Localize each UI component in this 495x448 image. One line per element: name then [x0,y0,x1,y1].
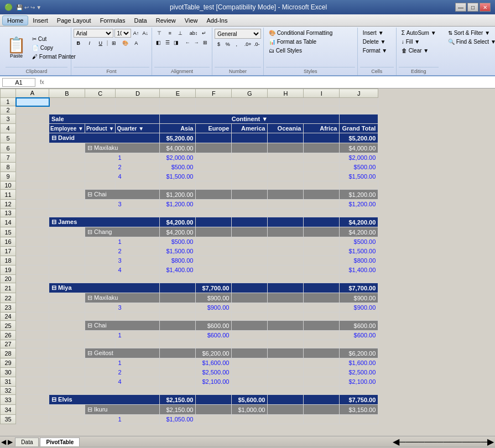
menu-insert[interactable]: Insert [28,16,53,25]
cell-E2[interactable] [160,106,196,114]
increase-decimal-button[interactable]: .0+ [244,40,252,48]
table-row[interactable]: 2 [1,106,378,114]
col-header-G[interactable]: G [232,89,268,98]
cell-B1[interactable] [49,98,85,106]
add-sheet-button[interactable]: ◀ ▶ [1,438,13,446]
row-header-8[interactable]: 8 [1,163,16,172]
table-row[interactable]: 7 1 $2,000.00 $2,000.00 [1,153,378,163]
table-row[interactable]: 15 ⊟ Chang $4,200.00 $4,200.00 [1,227,378,237]
table-row[interactable]: 33 ⊟ Elvis $2,150.00 $5,600.00 $7,750.00 [1,395,378,405]
font-family-select[interactable]: Arial [74,29,113,38]
row-header-24[interactable]: 24 [1,312,16,321]
decrease-font-button[interactable]: A↓ [141,29,149,38]
menu-data[interactable]: Data [129,16,151,25]
row-header-34[interactable]: 34 [1,405,16,415]
table-row[interactable]: 14 ⊟ James $4,200.00 $4,200.00 [1,217,378,227]
row-header-33[interactable]: 33 [1,395,16,405]
table-row[interactable]: 19 4 $1,400.00 $1,400.00 [1,265,378,275]
window-controls[interactable]: — □ ✕ [455,3,491,12]
row-header-10[interactable]: 10 [1,181,16,190]
cell-I2[interactable] [304,106,340,114]
fill-color-button[interactable]: 🎨 [120,39,130,47]
table-row[interactable]: 17 2 $1,500.00 $1,500.00 [1,247,378,256]
row-header-13[interactable]: 13 [1,209,16,217]
align-right-button[interactable]: ◨ [172,38,180,46]
row-header-15[interactable]: 15 [1,227,16,237]
row-header-6[interactable]: 6 [1,143,16,153]
menu-page-layout[interactable]: Page Layout [53,16,96,25]
minimize-button[interactable]: — [455,3,466,12]
sheet-tab-data[interactable]: Data [15,437,39,446]
align-left-button[interactable]: ◧ [154,38,163,46]
cell-B2[interactable] [49,106,85,114]
col-header-A[interactable]: A [16,89,49,98]
font-color-button[interactable]: A [131,39,141,47]
row-header-35[interactable]: 35 [1,415,16,424]
decrease-indent-button[interactable]: ← [184,38,192,46]
number-format-select[interactable]: General [215,29,261,39]
align-top-button[interactable]: ⊤ [154,29,164,37]
cell-styles-button[interactable]: 🗂 Cell Styles [266,46,355,55]
cell-E1[interactable] [160,98,196,106]
row-header-19[interactable]: 19 [1,265,16,275]
fill-button[interactable]: ↓ Fill ▼ [399,38,439,46]
table-row[interactable]: 31 4 $2,100.00 $2,100.00 [1,377,378,387]
italic-button[interactable]: I [85,39,95,47]
cell-C2[interactable] [85,106,115,114]
table-row[interactable]: 9 4 $1,500.00 $1,500.00 [1,172,378,181]
row-header-25[interactable]: 25 [1,321,16,331]
menu-view[interactable]: View [180,16,202,25]
table-row[interactable]: 1 [1,98,378,106]
cell-G1[interactable] [232,98,268,106]
row-header-11[interactable]: 11 [1,190,16,200]
align-middle-button[interactable]: ≡ [165,29,175,37]
row-header-27[interactable]: 27 [1,340,16,348]
table-row[interactable]: 11 ⊟ Chai $1,200.00 $1,200.00 [1,190,378,200]
row-header-23[interactable]: 23 [1,303,16,312]
table-row[interactable]: 24 [1,312,378,321]
row-header-29[interactable]: 29 [1,358,16,368]
row-header-7[interactable]: 7 [1,153,16,163]
cell-D2[interactable] [116,106,160,114]
row-header-12[interactable]: 12 [1,200,16,209]
cell-F1[interactable] [196,98,232,106]
clear-button[interactable]: 🗑 Clear ▼ [399,46,439,55]
decrease-decimal-button[interactable]: .0- [253,40,261,48]
table-row[interactable]: 5 ⊟ David $5,200.00 $5,200.00 [1,133,378,143]
format-as-table-button[interactable]: 📊 Format as Table [266,38,355,46]
row-header-26[interactable]: 26 [1,331,16,340]
table-row[interactable]: 8 2 $500.00 $500.00 [1,163,378,172]
cell-I1[interactable] [304,98,340,106]
h-scrollbar[interactable]: ◀──────────────▶ [393,436,494,447]
table-row[interactable]: 29 1 $1,600.00 $1,600.00 [1,358,378,368]
table-row[interactable]: 10 [1,181,378,190]
col-header-D[interactable]: D [116,89,160,98]
row-header-16[interactable]: 16 [1,237,16,247]
table-row[interactable]: 6 ⊟ Maxilaku $4,000.00 $4,000.00 [1,143,378,153]
name-box[interactable] [2,78,35,87]
menu-review[interactable]: Review [152,16,180,25]
cell-C1[interactable] [85,98,115,106]
cell-J3[interactable] [340,114,378,124]
font-size-select[interactable]: 10 [114,29,131,38]
paste-button[interactable]: 📋 Paste [6,37,27,60]
row-header-1[interactable]: 1 [1,98,16,106]
table-row[interactable]: 4 Employee ▼ Product ▼ Quarter ▼ Asia Eu… [1,124,378,133]
cell-J2[interactable] [340,106,378,114]
cell-A2[interactable] [16,106,49,114]
table-row[interactable]: 23 3 $900.00 $900.00 [1,303,378,312]
percent-button[interactable]: % [223,40,232,48]
table-row[interactable]: 35 1 $1,050.00 [1,415,378,424]
table-row[interactable]: 26 1 $600.00 $600.00 [1,331,378,340]
cell-H1[interactable] [268,98,304,106]
row-header-3[interactable]: 3 [1,114,16,124]
cell-J1[interactable] [340,98,378,106]
align-bottom-button[interactable]: ⊥ [175,29,185,37]
sheet-tab-pivottable[interactable]: PivotTable [40,437,80,446]
row-header-18[interactable]: 18 [1,256,16,265]
cell-A1[interactable] [16,98,49,106]
delete-cells-button[interactable]: Delete ▼ [360,38,394,46]
row-header-32[interactable]: 32 [1,387,16,395]
underline-button[interactable]: U [96,39,106,47]
text-orientation-button[interactable]: ab↕ [189,29,199,37]
